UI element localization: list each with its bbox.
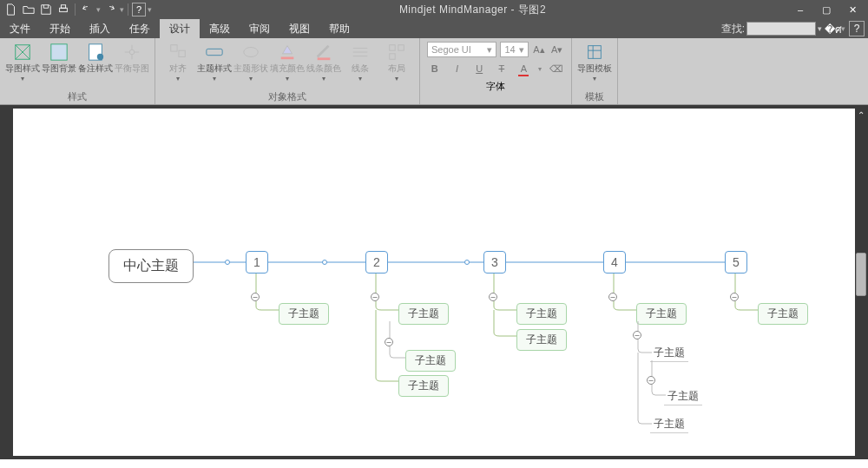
map-background-button[interactable]: 导图背景	[42, 41, 76, 73]
sub-node[interactable]: 子主题	[650, 416, 688, 433]
collapse-handle[interactable]: –	[730, 293, 739, 301]
group-label-template: 模板	[585, 90, 604, 102]
svg-rect-7	[171, 45, 177, 51]
menu-design[interactable]: 设计	[160, 19, 200, 38]
open-file-icon[interactable]	[21, 2, 36, 17]
collapse-handle[interactable]: –	[371, 293, 379, 301]
group-label-font: 字体	[486, 80, 505, 93]
line-button: 线条▾	[343, 41, 378, 82]
notes-style-button[interactable]: 备注样式	[78, 41, 113, 73]
redo-icon[interactable]	[102, 2, 118, 17]
undo-icon[interactable]	[79, 2, 95, 17]
svg-rect-15	[390, 54, 395, 59]
collapse-handle[interactable]: –	[489, 293, 497, 301]
svg-rect-14	[398, 45, 404, 50]
group-label-style: 样式	[68, 90, 87, 102]
menu-review[interactable]: 审阅	[240, 19, 279, 38]
svg-point-5	[97, 54, 103, 60]
underline-button[interactable]: U	[471, 61, 487, 76]
main-node-1[interactable]: 1	[246, 251, 268, 274]
main-node-4[interactable]: 4	[603, 251, 626, 274]
sub-node[interactable]: 子主题	[758, 303, 808, 325]
svg-point-10	[244, 48, 259, 57]
font-color-button[interactable]: A	[516, 61, 532, 76]
clear-format-button[interactable]: ⌫	[549, 61, 564, 76]
mindmap-canvas[interactable]: 中心主题 1 – 子主题 2 – 子主题 – 子主题 子主题 3 – 子主题 子…	[13, 109, 855, 456]
balance-map-button: 平衡导图	[115, 41, 149, 73]
font-family-select[interactable]: Segoe UI▾	[427, 42, 496, 57]
italic-button[interactable]: I	[450, 61, 465, 76]
line-color-button: 线条颜色▾	[306, 41, 341, 82]
minimize-button[interactable]: –	[793, 3, 807, 16]
menu-advanced[interactable]: 高级	[200, 19, 240, 38]
menu-start[interactable]: 开始	[40, 19, 80, 38]
font-size-select[interactable]: 14▾	[500, 42, 528, 57]
map-template-button[interactable]: 导图模板▾	[577, 41, 612, 82]
collapse-handle[interactable]: –	[608, 293, 617, 301]
group-label-format: 对象格式	[268, 90, 306, 102]
window-title: Mindjet MindManager - 导图2	[152, 3, 793, 17]
sub-node[interactable]: 子主题	[398, 375, 449, 397]
map-style-button[interactable]: 导图样式▾	[5, 41, 40, 82]
svg-rect-11	[281, 57, 294, 60]
collapse-handle[interactable]: –	[251, 293, 260, 301]
grow-font-icon[interactable]: A▴	[532, 42, 547, 57]
menu-help[interactable]: 帮助	[319, 19, 359, 38]
svg-rect-0	[60, 8, 68, 11]
maximize-button[interactable]: ▢	[819, 3, 833, 16]
align-button: 对齐▾	[161, 41, 195, 82]
save-icon[interactable]	[38, 2, 54, 17]
help-icon[interactable]: ?	[132, 3, 146, 16]
find-options-icon[interactable]: �ศ	[825, 21, 841, 36]
bold-button[interactable]: B	[427, 61, 443, 76]
svg-point-6	[129, 49, 135, 55]
vertical-scrollbar-thumb[interactable]	[856, 253, 866, 296]
ribbon-help-icon[interactable]: ?	[849, 21, 865, 36]
menu-file[interactable]: 文件	[0, 19, 40, 38]
main-node-5[interactable]: 5	[725, 251, 747, 274]
sub-node[interactable]: 子主题	[516, 303, 567, 325]
svg-rect-13	[390, 45, 395, 50]
sub-node[interactable]: 子主题	[279, 303, 329, 325]
svg-rect-3	[51, 44, 67, 60]
topic-shape-button: 主题形状▾	[233, 41, 268, 82]
fill-color-button: 填充颜色▾	[270, 41, 305, 82]
svg-rect-9	[207, 49, 222, 55]
strike-button[interactable]: T	[494, 61, 510, 76]
sub-node[interactable]: 子主题	[516, 329, 567, 351]
center-topic-node[interactable]: 中心主题	[108, 249, 194, 283]
svg-rect-1	[61, 5, 65, 9]
close-button[interactable]: ✕	[845, 3, 859, 16]
topic-style-button[interactable]: 主题样式▾	[197, 41, 232, 82]
search-label: 查找:	[721, 22, 745, 36]
layout-button: 布局▾	[379, 41, 414, 82]
scroll-up-arrow[interactable]: ⌃	[858, 110, 865, 120]
ribbon: 导图样式▾ 导图背景 备注样式 平衡导图 样式 对齐▾	[0, 38, 868, 105]
collapse-handle[interactable]: –	[385, 338, 393, 346]
sub-node[interactable]: 子主题	[664, 388, 702, 405]
svg-rect-12	[318, 57, 331, 60]
menu-view[interactable]: 视图	[279, 19, 319, 38]
print-icon[interactable]	[56, 2, 71, 17]
search-input[interactable]	[746, 22, 816, 36]
menu-task[interactable]: 任务	[120, 19, 160, 38]
collapse-handle[interactable]: –	[633, 331, 641, 339]
collapse-handle[interactable]: –	[647, 376, 655, 385]
main-node-2[interactable]: 2	[365, 251, 388, 274]
menu-insert[interactable]: 插入	[80, 19, 120, 38]
new-file-icon[interactable]	[3, 2, 19, 17]
shrink-font-icon[interactable]: A▾	[549, 42, 564, 57]
svg-rect-16	[589, 46, 602, 59]
sub-node[interactable]: 子主题	[650, 345, 688, 362]
svg-rect-8	[179, 50, 185, 56]
sub-node[interactable]: 子主题	[405, 350, 456, 372]
main-node-3[interactable]: 3	[483, 251, 506, 274]
